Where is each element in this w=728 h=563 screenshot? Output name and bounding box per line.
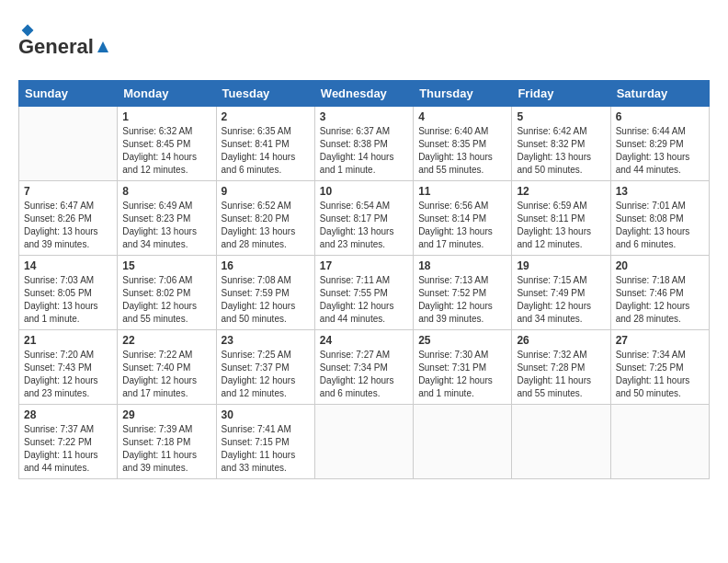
day-number: 27	[616, 334, 704, 347]
day-info: Sunrise: 7:41 AMSunset: 7:15 PMDaylight:…	[222, 423, 310, 475]
calendar-cell	[314, 405, 413, 479]
calendar-cell: 20Sunrise: 7:18 AMSunset: 7:46 PMDayligh…	[610, 256, 709, 330]
calendar-week-row: 21Sunrise: 7:20 AMSunset: 7:43 PMDayligh…	[19, 330, 710, 405]
day-info: Sunrise: 7:18 AMSunset: 7:46 PMDaylight:…	[616, 274, 704, 326]
day-number: 16	[222, 259, 310, 272]
calendar-week-row: 7Sunrise: 6:47 AMSunset: 8:26 PMDaylight…	[19, 181, 710, 256]
calendar-cell: 13Sunrise: 7:01 AMSunset: 8:08 PMDayligh…	[610, 181, 709, 256]
calendar-cell: 7Sunrise: 6:47 AMSunset: 8:26 PMDaylight…	[19, 181, 118, 256]
calendar-cell: 24Sunrise: 7:27 AMSunset: 7:34 PMDayligh…	[314, 330, 413, 405]
weekday-header-sunday: Sunday	[19, 81, 118, 107]
calendar-cell: 8Sunrise: 6:49 AMSunset: 8:23 PMDaylight…	[118, 181, 216, 256]
day-info: Sunrise: 7:15 AMSunset: 7:49 PMDaylight:…	[517, 274, 605, 326]
day-number: 9	[222, 185, 310, 198]
day-number: 25	[418, 334, 506, 347]
calendar-cell: 2Sunrise: 6:35 AMSunset: 8:41 PMDaylight…	[216, 107, 314, 181]
day-number: 8	[122, 185, 210, 198]
calendar-cell: 5Sunrise: 6:42 AMSunset: 8:32 PMDaylight…	[512, 107, 610, 181]
day-number: 12	[517, 185, 605, 198]
day-info: Sunrise: 7:06 AMSunset: 8:02 PMDaylight:…	[122, 274, 210, 326]
day-info: Sunrise: 6:40 AMSunset: 8:35 PMDaylight:…	[418, 125, 506, 177]
day-info: Sunrise: 6:47 AMSunset: 8:26 PMDaylight:…	[24, 200, 112, 251]
svg-marker-1	[28, 25, 33, 30]
calendar-week-row: 28Sunrise: 7:37 AMSunset: 7:22 PMDayligh…	[19, 405, 710, 479]
day-info: Sunrise: 7:37 AMSunset: 7:22 PMDaylight:…	[24, 423, 112, 475]
weekday-header-saturday: Saturday	[610, 81, 709, 107]
calendar-cell: 6Sunrise: 6:44 AMSunset: 8:29 PMDaylight…	[610, 107, 709, 181]
day-number: 30	[222, 408, 310, 421]
calendar-header-row: SundayMondayTuesdayWednesdayThursdayFrid…	[19, 81, 710, 107]
day-number: 6	[616, 110, 704, 123]
day-info: Sunrise: 7:22 AMSunset: 7:40 PMDaylight:…	[122, 349, 210, 400]
day-number: 17	[320, 259, 408, 272]
day-number: 1	[122, 110, 210, 123]
calendar-cell: 1Sunrise: 6:32 AMSunset: 8:45 PMDaylight…	[118, 107, 216, 181]
weekday-header-monday: Monday	[118, 81, 216, 107]
day-info: Sunrise: 6:52 AMSunset: 8:20 PMDaylight:…	[222, 200, 310, 251]
calendar-cell: 14Sunrise: 7:03 AMSunset: 8:05 PMDayligh…	[19, 256, 118, 330]
day-number: 18	[418, 259, 506, 272]
day-number: 21	[24, 334, 112, 347]
calendar-cell: 18Sunrise: 7:13 AMSunset: 7:52 PMDayligh…	[414, 256, 512, 330]
day-number: 22	[122, 334, 210, 347]
day-info: Sunrise: 7:30 AMSunset: 7:31 PMDaylight:…	[418, 349, 506, 400]
weekday-header-wednesday: Wednesday	[314, 81, 413, 107]
calendar-cell: 12Sunrise: 6:59 AMSunset: 8:11 PMDayligh…	[512, 181, 610, 256]
calendar-cell	[512, 405, 610, 479]
day-number: 4	[418, 110, 506, 123]
calendar-cell: 4Sunrise: 6:40 AMSunset: 8:35 PMDaylight…	[414, 107, 512, 181]
calendar-cell: 22Sunrise: 7:22 AMSunset: 7:40 PMDayligh…	[118, 330, 216, 405]
day-info: Sunrise: 7:27 AMSunset: 7:34 PMDaylight:…	[320, 349, 408, 400]
page-header: General	[18, 18, 710, 69]
day-info: Sunrise: 7:39 AMSunset: 7:18 PMDaylight:…	[122, 423, 210, 475]
calendar-cell: 19Sunrise: 7:15 AMSunset: 7:49 PMDayligh…	[512, 256, 610, 330]
day-info: Sunrise: 6:35 AMSunset: 8:41 PMDaylight:…	[222, 125, 310, 177]
day-number: 5	[517, 110, 605, 123]
calendar-cell: 30Sunrise: 7:41 AMSunset: 7:15 PMDayligh…	[216, 405, 314, 479]
logo-general-part: General	[18, 35, 94, 59]
calendar-cell	[610, 405, 709, 479]
calendar-cell: 17Sunrise: 7:11 AMSunset: 7:55 PMDayligh…	[314, 256, 413, 330]
day-info: Sunrise: 7:01 AMSunset: 8:08 PMDaylight:…	[616, 200, 704, 251]
day-info: Sunrise: 6:42 AMSunset: 8:32 PMDaylight:…	[517, 125, 605, 177]
calendar-cell: 15Sunrise: 7:06 AMSunset: 8:02 PMDayligh…	[118, 256, 216, 330]
day-number: 2	[222, 110, 310, 123]
calendar-table: SundayMondayTuesdayWednesdayThursdayFrid…	[18, 80, 710, 479]
calendar-cell: 28Sunrise: 7:37 AMSunset: 7:22 PMDayligh…	[19, 405, 118, 479]
day-info: Sunrise: 6:44 AMSunset: 8:29 PMDaylight:…	[616, 125, 704, 177]
day-number: 7	[24, 185, 112, 198]
svg-marker-2	[97, 41, 108, 52]
calendar-cell: 29Sunrise: 7:39 AMSunset: 7:18 PMDayligh…	[118, 405, 216, 479]
day-number: 11	[418, 185, 506, 198]
calendar-cell: 26Sunrise: 7:32 AMSunset: 7:28 PMDayligh…	[512, 330, 610, 405]
calendar-cell: 16Sunrise: 7:08 AMSunset: 7:59 PMDayligh…	[216, 256, 314, 330]
day-info: Sunrise: 7:20 AMSunset: 7:43 PMDaylight:…	[24, 349, 112, 400]
day-info: Sunrise: 7:32 AMSunset: 7:28 PMDaylight:…	[517, 349, 605, 400]
calendar-cell: 21Sunrise: 7:20 AMSunset: 7:43 PMDayligh…	[19, 330, 118, 405]
day-info: Sunrise: 7:13 AMSunset: 7:52 PMDaylight:…	[418, 274, 506, 326]
day-info: Sunrise: 7:03 AMSunset: 8:05 PMDaylight:…	[24, 274, 112, 326]
day-number: 19	[517, 259, 605, 272]
day-info: Sunrise: 6:54 AMSunset: 8:17 PMDaylight:…	[320, 200, 408, 251]
day-info: Sunrise: 6:56 AMSunset: 8:14 PMDaylight:…	[418, 200, 506, 251]
day-number: 24	[320, 334, 408, 347]
day-number: 29	[122, 408, 210, 421]
calendar-week-row: 14Sunrise: 7:03 AMSunset: 8:05 PMDayligh…	[19, 256, 710, 330]
day-info: Sunrise: 7:34 AMSunset: 7:25 PMDaylight:…	[616, 349, 704, 400]
calendar-cell: 9Sunrise: 6:52 AMSunset: 8:20 PMDaylight…	[216, 181, 314, 256]
day-info: Sunrise: 7:25 AMSunset: 7:37 PMDaylight:…	[222, 349, 310, 400]
day-info: Sunrise: 6:37 AMSunset: 8:38 PMDaylight:…	[320, 125, 408, 177]
calendar-cell: 27Sunrise: 7:34 AMSunset: 7:25 PMDayligh…	[610, 330, 709, 405]
day-number: 13	[616, 185, 704, 198]
calendar-week-row: 1Sunrise: 6:32 AMSunset: 8:45 PMDaylight…	[19, 107, 710, 181]
day-info: Sunrise: 6:59 AMSunset: 8:11 PMDaylight:…	[517, 200, 605, 251]
weekday-header-tuesday: Tuesday	[216, 81, 314, 107]
logo-triangle-icon	[95, 39, 111, 55]
day-number: 23	[222, 334, 310, 347]
weekday-header-friday: Friday	[512, 81, 610, 107]
calendar-cell: 25Sunrise: 7:30 AMSunset: 7:31 PMDayligh…	[414, 330, 512, 405]
day-info: Sunrise: 7:08 AMSunset: 7:59 PMDaylight:…	[222, 274, 310, 326]
day-number: 10	[320, 185, 408, 198]
day-number: 15	[122, 259, 210, 272]
day-info: Sunrise: 6:49 AMSunset: 8:23 PMDaylight:…	[122, 200, 210, 251]
